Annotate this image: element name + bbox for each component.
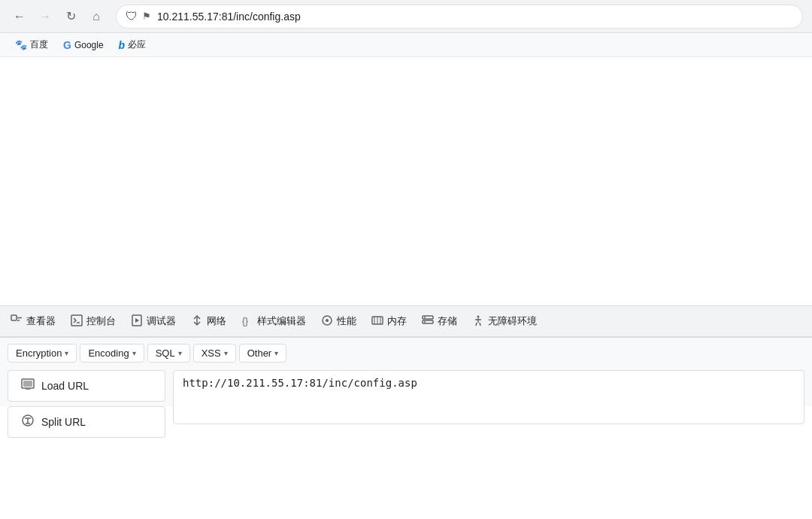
- sql-arrow: ▾: [178, 349, 182, 357]
- devtools-storage-btn[interactable]: 存储: [414, 310, 465, 333]
- console-icon: [71, 314, 83, 329]
- bookmark-bing[interactable]: b 必应: [113, 36, 153, 53]
- other-dropdown[interactable]: Other ▾: [239, 344, 287, 363]
- bing-icon: b: [119, 39, 126, 51]
- other-label: Other: [247, 348, 272, 359]
- svg-line-22: [476, 323, 477, 326]
- devtools-accessibility-label: 无障碍环境: [488, 314, 537, 328]
- load-url-icon: [20, 377, 35, 395]
- cursor-icon: ⚑: [142, 11, 151, 22]
- page-content: [0, 57, 812, 305]
- style-editor-icon: {}: [241, 314, 253, 329]
- other-arrow: ▾: [274, 349, 278, 357]
- encryption-arrow: ▾: [65, 349, 68, 357]
- bookmark-baidu[interactable]: 🐾 百度: [9, 36, 54, 53]
- network-icon: [191, 314, 203, 329]
- hackbar-menubar: Encryption ▾ Encoding ▾ SQL ▾ XSS ▾ Othe…: [8, 344, 804, 363]
- devtools-debugger-label: 调试器: [147, 314, 176, 328]
- xss-label: XSS: [201, 348, 221, 359]
- devtools-console-btn[interactable]: 控制台: [63, 310, 123, 333]
- memory-icon: [371, 314, 383, 329]
- devtools-style-editor-btn[interactable]: {} 样式编辑器: [234, 310, 314, 333]
- address-domain: 10.211.55.17:81/inc/config.asp: [157, 11, 301, 23]
- encoding-dropdown[interactable]: Encoding ▾: [80, 344, 144, 363]
- encoding-arrow: ▾: [132, 349, 136, 357]
- devtools-performance-btn[interactable]: 性能: [314, 310, 364, 333]
- devtools-network-label: 网络: [207, 314, 226, 328]
- encryption-dropdown[interactable]: Encryption ▾: [8, 344, 77, 363]
- bookmarks-bar: 🐾 百度 G Google b 必应: [0, 33, 812, 57]
- svg-text:{}: {}: [242, 316, 248, 326]
- forward-button[interactable]: →: [35, 6, 56, 27]
- devtools-memory-label: 内存: [387, 314, 407, 328]
- load-url-label: Load URL: [41, 380, 89, 392]
- reload-button[interactable]: ↻: [60, 6, 81, 27]
- split-url-label: Split URL: [41, 416, 86, 428]
- debugger-icon: [131, 314, 143, 329]
- encoding-label: Encoding: [88, 348, 129, 359]
- svg-rect-25: [23, 381, 32, 387]
- back-button[interactable]: ←: [9, 6, 30, 27]
- load-url-button[interactable]: Load URL: [8, 370, 165, 402]
- hackbar-main: Load URL Split URL: [8, 370, 804, 438]
- shield-icon: 🛡: [126, 10, 138, 23]
- home-button[interactable]: ⌂: [86, 6, 107, 27]
- nav-buttons: ← → ↻ ⌂: [9, 6, 107, 27]
- svg-rect-26: [26, 388, 30, 390]
- split-url-button[interactable]: Split URL: [8, 406, 165, 438]
- devtools-console-label: 控制台: [86, 314, 116, 328]
- devtools-style-editor-label: 样式编辑器: [257, 314, 306, 328]
- bookmark-bing-label: 必应: [128, 38, 146, 51]
- devtools-performance-label: 性能: [337, 314, 356, 328]
- browser-chrome: ← → ↻ ⌂ 🛡 ⚑ 10.211.55.17:81/inc/config.a…: [0, 0, 812, 33]
- svg-point-10: [326, 319, 329, 322]
- sql-dropdown[interactable]: SQL ▾: [147, 344, 190, 363]
- address-bar[interactable]: 🛡 ⚑ 10.211.55.17:81/inc/config.asp: [116, 5, 803, 29]
- svg-line-23: [480, 323, 480, 326]
- devtools-inspect-btn[interactable]: 查看器: [3, 310, 63, 333]
- url-input[interactable]: [173, 370, 804, 424]
- hackbar-buttons: Load URL Split URL: [8, 370, 165, 438]
- inspect-icon: [11, 314, 23, 329]
- baidu-icon: 🐾: [15, 39, 27, 50]
- split-url-icon: [20, 413, 35, 431]
- encryption-label: Encryption: [16, 348, 62, 359]
- storage-icon: [422, 314, 434, 329]
- svg-rect-0: [11, 315, 17, 320]
- svg-point-19: [477, 315, 480, 317]
- devtools-debugger-btn[interactable]: 调试器: [123, 310, 183, 333]
- bookmark-google-label: Google: [74, 40, 104, 50]
- address-bar-icons: 🛡 ⚑: [126, 10, 151, 23]
- bookmark-google[interactable]: G Google: [57, 37, 110, 53]
- devtools-storage-label: 存储: [438, 314, 457, 328]
- svg-marker-6: [135, 318, 139, 323]
- devtools-network-btn[interactable]: 网络: [183, 310, 234, 333]
- bookmark-baidu-label: 百度: [30, 38, 48, 51]
- accessibility-icon: [472, 314, 484, 329]
- xss-dropdown[interactable]: XSS ▾: [193, 344, 236, 363]
- google-icon: G: [63, 39, 71, 51]
- address-text: 10.211.55.17:81/inc/config.asp: [157, 11, 793, 23]
- devtools-memory-btn[interactable]: 内存: [364, 310, 414, 333]
- xss-arrow: ▾: [224, 349, 228, 357]
- devtools-accessibility-btn[interactable]: 无障碍环境: [465, 310, 544, 333]
- sql-label: SQL: [156, 348, 175, 359]
- performance-icon: [321, 314, 333, 329]
- hackbar-panel: Encryption ▾ Encoding ▾ SQL ▾ XSS ▾ Othe…: [0, 337, 812, 406]
- devtools-toolbar: 查看器 控制台 调试器 网络 {} 样式编辑器 性能 内存: [0, 305, 812, 337]
- devtools-inspect-label: 查看器: [26, 314, 56, 328]
